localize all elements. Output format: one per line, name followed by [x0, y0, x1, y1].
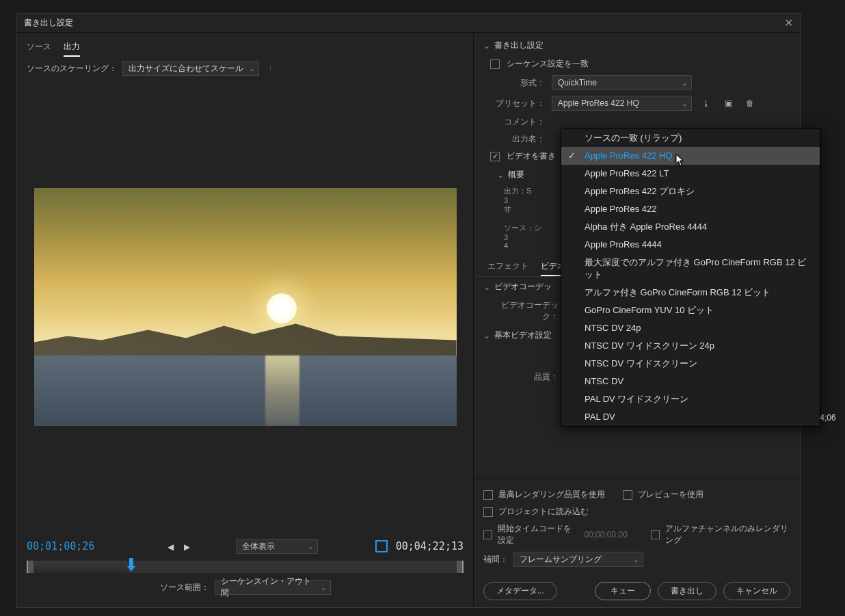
- disclosure-icon: ⌄: [483, 41, 490, 51]
- use-preview-checkbox[interactable]: [623, 490, 632, 500]
- preset-option-label: アルファ付き GoPro CineForm RGB 12 ビット: [585, 287, 770, 297]
- scaling-select[interactable]: 出力サイズに合わせてスケール ⌄: [122, 61, 259, 76]
- playhead[interactable]: [127, 558, 135, 574]
- quality-label: 品質：: [490, 371, 559, 383]
- disclosure-icon: ⌄: [497, 170, 504, 180]
- tab-effects[interactable]: エフェクト: [487, 258, 528, 276]
- preset-option[interactable]: アルファ付き GoPro CineForm RGB 12 ビット: [561, 284, 820, 302]
- save-preset-icon[interactable]: ⭳: [699, 96, 714, 110]
- dialog-title: 書き出し設定: [24, 17, 73, 29]
- preview-controls: 00;01;00;26 ◀ ▶ 全体表示 ⌄ 00;04;22;13: [17, 533, 473, 607]
- preset-option[interactable]: NTSC DV: [561, 373, 820, 390]
- export-video-label: ビデオを書き: [507, 150, 556, 162]
- format-select[interactable]: QuickTime ⌄: [552, 75, 692, 90]
- range-bar[interactable]: [27, 561, 464, 573]
- preset-option[interactable]: Apple ProRes 422 LT: [561, 165, 820, 183]
- preview-image: [34, 188, 457, 426]
- divider: [270, 66, 271, 71]
- format-label: 形式：: [490, 77, 545, 89]
- zoom-value: 全体表示: [242, 541, 275, 552]
- preset-option[interactable]: GoPro CineForm YUV 10 ビット: [561, 302, 820, 319]
- preset-option[interactable]: Apple ProRes 4444: [561, 236, 820, 254]
- prev-frame-icon[interactable]: ◀: [167, 542, 176, 550]
- preset-option-label: Apple ProRes 422 プロキシ: [585, 186, 695, 196]
- zoom-select[interactable]: 全体表示 ⌄: [236, 539, 318, 554]
- tab-source[interactable]: ソース: [27, 38, 51, 57]
- preset-option-label: Apple ProRes 422 LT: [585, 168, 669, 178]
- metadata-button[interactable]: メタデータ...: [483, 582, 557, 600]
- preset-option-label: NTSC DV ワイドスクリーン 24p: [585, 340, 714, 351]
- preset-option-label: ソースの一致 (リラップ): [585, 133, 682, 143]
- interpolation-value: フレームサンプリング: [520, 554, 602, 565]
- max-render-checkbox[interactable]: [483, 490, 493, 500]
- chevron-down-icon: ⌄: [321, 584, 326, 591]
- preset-option[interactable]: Alpha 付き Apple ProRes 4444: [561, 218, 820, 236]
- preset-option-label: Apple ProRes 4444: [585, 239, 662, 250]
- preset-option-label: NTSC DV ワイドスクリーン: [585, 358, 697, 369]
- export-button[interactable]: 書き出し: [658, 582, 716, 600]
- preset-option-label: NTSC DV 24p: [585, 323, 641, 333]
- match-sequence-checkbox[interactable]: [490, 59, 500, 69]
- video-codec-section-title: ビデオコーデッ: [494, 281, 552, 293]
- chevron-down-icon: ⌄: [308, 543, 313, 550]
- source-range-label: ソース範囲：: [160, 582, 209, 593]
- preset-select[interactable]: Apple ProRes 422 HQ ⌄: [552, 96, 692, 111]
- preset-option-label: PAL DV: [585, 412, 615, 422]
- in-point-handle[interactable]: [27, 561, 33, 573]
- export-video-checkbox[interactable]: [490, 152, 500, 161]
- close-icon[interactable]: ✕: [784, 16, 793, 29]
- export-options: 最高レンダリング品質を使用 プレビューを使用 プロジェクトに読み込む 開始タイム…: [474, 479, 800, 607]
- basic-video-title: 基本ビデオ設定: [494, 330, 552, 341]
- start-timecode-label: 開始タイムコードを設定: [498, 523, 579, 546]
- export-settings-section[interactable]: ⌄ 書き出し設定: [477, 36, 793, 55]
- match-sequence-label: シーケンス設定を一致: [507, 58, 589, 70]
- tab-output[interactable]: 出力: [64, 38, 80, 57]
- summary-title: 概要: [508, 169, 524, 180]
- preset-option[interactable]: NTSC DV 24p: [561, 319, 820, 337]
- cancel-button[interactable]: キャンセル: [723, 582, 790, 600]
- preset-option-label: NTSC DV: [585, 376, 623, 386]
- timecode-start[interactable]: 00;01;00;26: [27, 540, 94, 552]
- preset-option[interactable]: PAL DV ワイドスクリーン: [561, 390, 820, 408]
- preset-option-label: Apple ProRes 422: [585, 204, 657, 214]
- chevron-down-icon: ⌄: [682, 100, 687, 107]
- import-preset-icon[interactable]: ▣: [721, 96, 736, 110]
- queue-button[interactable]: キュー: [595, 582, 651, 600]
- video-codec-label: ビデオコーデック：: [490, 299, 559, 323]
- interpolation-select[interactable]: フレームサンプリング ⌄: [513, 552, 643, 567]
- use-preview-label: プレビューを使用: [638, 489, 703, 500]
- import-project-checkbox[interactable]: [483, 507, 493, 517]
- timecode-end: 00;04;22;13: [396, 540, 464, 552]
- alpha-only-checkbox[interactable]: [651, 530, 660, 539]
- chevron-down-icon: ⌄: [633, 556, 639, 563]
- next-frame-icon[interactable]: ▶: [184, 542, 192, 550]
- output-name-label: 出力名：: [490, 133, 545, 145]
- preset-option-label: 最大深度でのアルファ付き GoPro CineForm RGB 12 ビット: [585, 257, 806, 280]
- preview-tabs: ソース 出力: [17, 33, 473, 57]
- delete-preset-icon[interactable]: 🗑: [742, 96, 757, 110]
- max-render-label: 最高レンダリング品質を使用: [498, 489, 605, 500]
- preset-option-label: Alpha 付き Apple ProRes 4444: [585, 222, 707, 232]
- preset-option[interactable]: NTSC DV ワイドスクリーン 24p: [561, 337, 820, 355]
- preset-option[interactable]: Apple ProRes 422 プロキシ: [561, 183, 820, 200]
- preset-option[interactable]: 最大深度でのアルファ付き GoPro CineForm RGB 12 ビット: [561, 254, 820, 284]
- preview-area: [17, 80, 473, 533]
- preset-dropdown-menu: ソースの一致 (リラップ)✓Apple ProRes 422 HQApple P…: [561, 129, 820, 427]
- preset-option[interactable]: ソースの一致 (リラップ): [561, 129, 820, 147]
- scaling-label: ソースのスケーリング：: [27, 63, 117, 75]
- interpolation-label: 補間：: [483, 554, 508, 565]
- preset-option[interactable]: NTSC DV ワイドスクリーン: [561, 355, 820, 373]
- preset-option[interactable]: PAL DV: [561, 408, 820, 426]
- format-value: QuickTime: [558, 78, 597, 88]
- title-bar: 書き出し設定 ✕: [17, 14, 800, 33]
- source-range-select[interactable]: シーケンスイン・アウト間 ⌄: [215, 580, 331, 595]
- out-point-handle[interactable]: [457, 561, 464, 573]
- chevron-down-icon: ⌄: [249, 65, 254, 72]
- start-timecode-checkbox[interactable]: [483, 530, 492, 539]
- preset-option[interactable]: Apple ProRes 422: [561, 200, 820, 218]
- preset-option-label: PAL DV ワイドスクリーン: [585, 394, 688, 404]
- crop-icon[interactable]: [375, 540, 388, 552]
- preset-option[interactable]: ✓Apple ProRes 422 HQ: [561, 147, 820, 165]
- preset-value: Apple ProRes 422 HQ: [558, 98, 639, 108]
- left-panel: ソース 出力 ソースのスケーリング： 出力サイズに合わせてスケール ⌄: [17, 33, 474, 607]
